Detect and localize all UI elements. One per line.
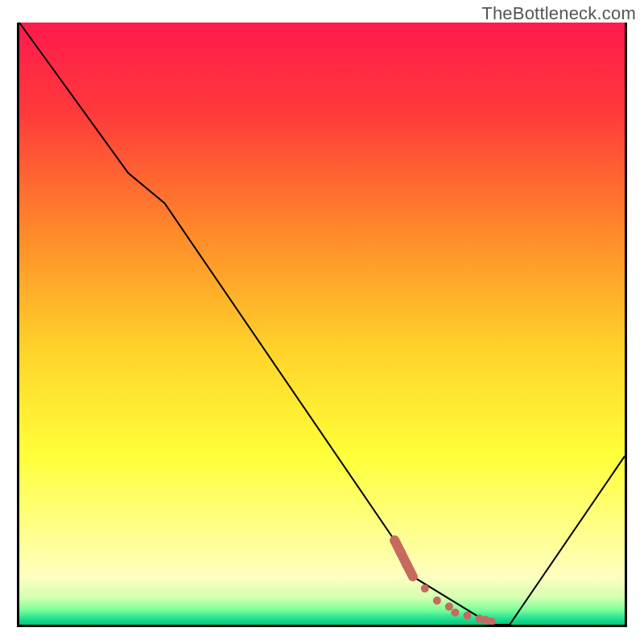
bottleneck-chart	[0, 0, 644, 644]
marker-dot	[409, 572, 417, 580]
marker-dot	[421, 584, 429, 592]
marker-dot	[433, 597, 441, 605]
frame-left	[17, 23, 19, 627]
marker-dot	[396, 547, 406, 557]
chart-container: TheBottleneck.com	[0, 0, 644, 644]
marker-dot	[488, 617, 496, 625]
frame-right	[625, 23, 627, 627]
frame-bottom	[17, 625, 627, 627]
gradient-background	[19, 23, 625, 625]
marker-dot	[451, 609, 459, 617]
watermark-text: TheBottleneck.com	[481, 3, 636, 24]
marker-dot	[464, 612, 472, 620]
marker-dot	[402, 559, 411, 569]
marker-dot	[445, 603, 453, 611]
marker-dot	[390, 535, 399, 545]
